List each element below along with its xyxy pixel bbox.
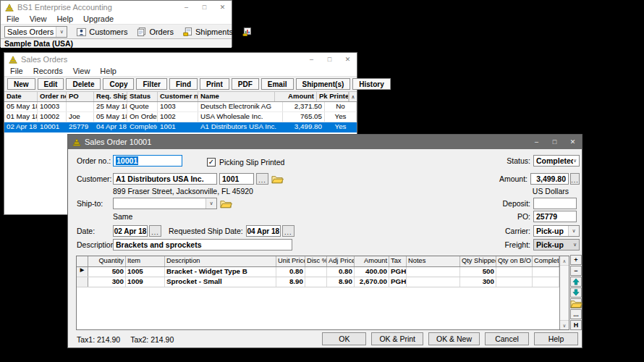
cell-amount: 765.05 bbox=[283, 112, 325, 122]
item-column-header-amount[interactable]: Amount bbox=[355, 256, 389, 266]
po-field[interactable]: 25779 bbox=[533, 211, 577, 222]
item-column-header-disc[interactable]: Disc % bbox=[305, 256, 327, 266]
main-menu-help[interactable]: Help bbox=[56, 14, 73, 23]
column-header-name[interactable]: Name bbox=[198, 92, 275, 101]
requested-ship-date-picker-button[interactable]: ... bbox=[282, 225, 295, 237]
amount-lookup-button[interactable]: ... bbox=[570, 173, 580, 185]
column-header-req-ship[interactable]: Req. Ship bbox=[94, 92, 127, 101]
main-menu-view[interactable]: View bbox=[30, 14, 47, 23]
status-dropdown[interactable]: Completed ∨ bbox=[533, 155, 580, 167]
toolbar-shipments-button[interactable]: Shipments bbox=[183, 28, 233, 36]
column-header-pk-printed[interactable]: Pk Printed bbox=[317, 92, 349, 101]
carrier-dropdown[interactable]: Pick-up ∨ bbox=[533, 225, 580, 237]
column-header-customer-no[interactable]: Customer no. bbox=[158, 92, 198, 101]
nav-dropdown[interactable]: Sales Orders ∨ bbox=[4, 26, 67, 38]
item-column-header-adj-price[interactable]: Adj Price bbox=[327, 256, 355, 266]
order-row-10003[interactable]: 05 May 181000325 May 18Quote1003Deutsch … bbox=[4, 102, 357, 112]
toolbar-orders-button[interactable]: Orders bbox=[137, 28, 174, 36]
item-column-header-item[interactable]: Item bbox=[126, 256, 165, 266]
maximize-icon[interactable]: □ bbox=[321, 53, 339, 66]
item-column-header-qty-on-b-o[interactable]: Qty on B/O bbox=[496, 256, 533, 266]
history-button[interactable]: History bbox=[352, 78, 390, 90]
customer-name-field[interactable]: A1 Distributors USA Inc. bbox=[113, 173, 217, 185]
shipment-s-button[interactable]: Shipment(s) bbox=[296, 78, 351, 90]
customer-folder-icon[interactable] bbox=[271, 174, 284, 184]
item-column-header-qty-shipped[interactable]: Qty Shipped bbox=[460, 256, 496, 266]
edit-button[interactable]: Edit bbox=[38, 78, 64, 90]
minimize-icon[interactable]: – bbox=[177, 1, 195, 14]
order-row-10001[interactable]: 02 Apr 18100012577904 Apr 18Completed100… bbox=[4, 122, 357, 132]
date-field[interactable]: 02 Apr 18 bbox=[113, 225, 148, 237]
item-column-header-quantity[interactable]: Quantity bbox=[88, 256, 126, 266]
items-scrollbar[interactable]: ∧ ∨ bbox=[559, 256, 569, 329]
delete-button[interactable]: Delete bbox=[66, 78, 101, 90]
item-column-header-notes[interactable]: Notes bbox=[407, 256, 460, 266]
move-up-button[interactable] bbox=[570, 277, 582, 287]
close-icon[interactable]: ✕ bbox=[339, 53, 357, 66]
toolbar-reports-button[interactable]: Reports bbox=[242, 28, 283, 36]
move-down-button[interactable] bbox=[570, 287, 582, 298]
new-button[interactable]: New bbox=[7, 78, 35, 90]
scroll-down-icon[interactable]: ∨ bbox=[560, 320, 569, 329]
orders-menu-file[interactable]: File bbox=[10, 67, 23, 75]
date-picker-button[interactable]: ... bbox=[149, 225, 161, 237]
main-menu-file[interactable]: File bbox=[7, 14, 20, 23]
deposit-field[interactable] bbox=[533, 198, 577, 209]
item-column-header-tax[interactable]: Tax bbox=[389, 256, 407, 266]
open-item-button[interactable] bbox=[570, 298, 582, 308]
item-column-header-completed[interactable]: Completed bbox=[533, 256, 559, 266]
orders-menu-view[interactable]: View bbox=[73, 67, 90, 75]
cell-order-no: 10001 bbox=[38, 122, 67, 132]
order-row-10002[interactable]: 01 May 1810002Joe05 May 18On Order1002US… bbox=[4, 112, 357, 122]
ok-new-button[interactable]: OK & New bbox=[428, 332, 480, 345]
dialog-titlebar[interactable]: Sales Order 10001 – □ ✕ bbox=[68, 135, 582, 149]
scroll-up-icon[interactable]: ∧ bbox=[560, 256, 569, 266]
freight-dropdown[interactable]: Pick-up ∨ bbox=[533, 239, 580, 251]
column-header-po[interactable]: PO bbox=[67, 92, 94, 101]
item-row-1009[interactable]: 3001009Sprocket - Small8.908.902,670.00P… bbox=[77, 277, 559, 287]
toolbar-customers-button[interactable]: Customers bbox=[77, 28, 127, 36]
maximize-icon[interactable]: □ bbox=[546, 135, 564, 149]
minimize-icon[interactable]: – bbox=[302, 53, 321, 66]
print-button[interactable]: Print bbox=[200, 78, 229, 90]
column-header-status[interactable]: Status bbox=[127, 92, 158, 101]
find-button[interactable]: Find bbox=[169, 78, 198, 90]
minimize-icon[interactable]: – bbox=[528, 135, 546, 149]
main-titlebar[interactable]: BS1 Enterprise Accounting – □ ✕ bbox=[1, 1, 232, 14]
maximize-icon[interactable]: □ bbox=[195, 1, 213, 14]
history-button[interactable]: H bbox=[570, 320, 582, 330]
scroll-up-icon[interactable]: ∧ bbox=[349, 92, 357, 101]
close-icon[interactable]: ✕ bbox=[213, 1, 232, 14]
requested-ship-date-field[interactable]: 04 Apr 18 bbox=[246, 225, 281, 237]
ok-button[interactable]: OK bbox=[322, 332, 366, 345]
column-header-date[interactable]: Date bbox=[4, 92, 38, 101]
amount-field[interactable]: 3,499.80 bbox=[530, 173, 569, 185]
item-column-header-unit-price[interactable]: Unit Price bbox=[276, 256, 305, 266]
help-button[interactable]: Help bbox=[534, 332, 578, 345]
orders-menu-help[interactable]: Help bbox=[100, 67, 116, 75]
main-menu-upgrade[interactable]: Upgrade bbox=[83, 14, 114, 23]
close-icon[interactable]: ✕ bbox=[564, 135, 582, 149]
email-button[interactable]: Email bbox=[261, 78, 294, 90]
lookup-button[interactable]: ... bbox=[570, 309, 582, 319]
filter-button[interactable]: Filter bbox=[136, 78, 166, 90]
picking-slip-checkbox[interactable]: ✓ bbox=[207, 158, 216, 167]
add-row-button[interactable]: + bbox=[570, 255, 582, 265]
column-header-order-no[interactable]: Order no. bbox=[38, 92, 67, 101]
ship-to-folder-icon[interactable] bbox=[220, 199, 232, 209]
cancel-button[interactable]: Cancel bbox=[485, 332, 529, 345]
item-column-header-description[interactable]: Description bbox=[165, 256, 276, 266]
item-row-1005[interactable]: ▶5001005Bracket - Widget Type B0.800.804… bbox=[77, 267, 559, 277]
column-header-amount[interactable]: Amount bbox=[275, 92, 317, 101]
customer-lookup-button[interactable]: ... bbox=[256, 173, 268, 185]
delete-row-button[interactable]: − bbox=[570, 266, 582, 276]
orders-titlebar[interactable]: Sales Orders – □ ✕ bbox=[4, 53, 357, 66]
customer-no-field[interactable]: 1001 bbox=[219, 173, 254, 185]
order-no-field[interactable]: 10001 bbox=[113, 155, 182, 167]
description-field[interactable]: Brackets and sprockets bbox=[113, 239, 292, 251]
orders-menu-records[interactable]: Records bbox=[33, 67, 63, 75]
ok-print-button[interactable]: OK & Print bbox=[371, 332, 423, 345]
ship-to-dropdown[interactable]: ∨ bbox=[113, 198, 217, 209]
copy-button[interactable]: Copy bbox=[103, 78, 134, 90]
pdf-button[interactable]: PDF bbox=[232, 78, 259, 90]
